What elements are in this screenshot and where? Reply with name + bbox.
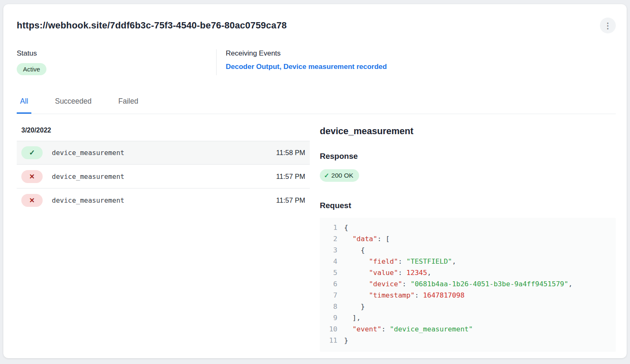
response-heading: Response (320, 152, 616, 161)
event-row[interactable]: ✕device_measurement11:57 PM (17, 188, 310, 212)
event-name: device_measurement (52, 196, 124, 204)
success-check-icon: ✓ (21, 146, 43, 159)
kebab-menu-icon[interactable]: ⋮ (600, 18, 616, 33)
event-time: 11:57 PM (276, 173, 305, 181)
event-date-header: 3/20/2022 (17, 122, 310, 141)
line-number: 7 (320, 290, 337, 301)
line-number: 2 (320, 233, 337, 244)
event-name: device_measurement (52, 173, 124, 181)
code-text: "data": [ (344, 233, 390, 244)
line-number: 5 (320, 267, 337, 278)
code-line: 3 { (320, 244, 616, 256)
line-number: 10 (320, 323, 337, 335)
line-number: 1 (320, 222, 337, 233)
event-time: 11:58 PM (276, 149, 305, 157)
event-detail-panel: device_measurement Response ✓ 200 OK Req… (320, 122, 616, 352)
code-line: 4 "field": "TESTFIELD", (320, 256, 616, 267)
content: 3/20/2022 ✓device_measurement11:58 PM✕de… (17, 122, 616, 352)
code-text: ], (344, 312, 361, 323)
detail-title: device_measurement (320, 126, 616, 137)
status-label: Status (17, 49, 216, 58)
code-line: 9 ], (320, 312, 616, 323)
webhook-card: https://webhook.site/7ddf6b3c-75f3-4540-… (3, 4, 627, 358)
code-line: 2 "data": [ (320, 233, 616, 244)
line-number: 9 (320, 312, 337, 323)
tab-failed[interactable]: Failed (115, 94, 142, 114)
code-line: 11} (320, 335, 616, 346)
event-list-panel: 3/20/2022 ✓device_measurement11:58 PM✕de… (17, 122, 310, 212)
tab-succeeded[interactable]: Succeeded (51, 94, 95, 114)
event-row[interactable]: ✕device_measurement11:57 PM (17, 165, 310, 188)
tabs: AllSucceededFailed (17, 94, 616, 114)
tab-all[interactable]: All (17, 94, 31, 114)
status-badge: Active (17, 63, 46, 75)
code-text: } (344, 301, 365, 312)
event-time: 11:57 PM (276, 196, 305, 204)
code-line: 8 } (320, 301, 616, 312)
failed-x-icon: ✕ (21, 170, 43, 183)
request-json-code-block: 1{2 "data": [3 {4 "field": "TESTFIELD",5… (320, 218, 616, 352)
code-text: "device": "0681b4aa-1b26-4051-b3be-9a4ff… (344, 278, 572, 290)
code-line: 5 "value": 12345, (320, 267, 616, 278)
code-text: "timestamp": 1647817098 (344, 290, 464, 301)
code-line: 10 "event": "device_measurement" (320, 323, 616, 335)
event-row[interactable]: ✓device_measurement11:58 PM (17, 141, 310, 165)
request-heading: Request (320, 201, 616, 210)
info-row: Status Active Receiving Events Decoder O… (17, 49, 616, 75)
code-text: { (344, 222, 348, 233)
response-status-badge: ✓ 200 OK (320, 169, 359, 182)
code-text: { (344, 244, 365, 256)
code-line: 1{ (320, 222, 616, 233)
receiving-events-label: Receiving Events (226, 49, 387, 58)
card-header: https://webhook.site/7ddf6b3c-75f3-4540-… (17, 4, 616, 33)
code-line: 6 "device": "0681b4aa-1b26-4051-b3be-9a4… (320, 278, 616, 290)
webhook-url-title: https://webhook.site/7ddf6b3c-75f3-4540-… (17, 20, 287, 31)
code-text: "field": "TESTFIELD", (344, 256, 456, 267)
status-section: Status Active (17, 49, 216, 75)
response-status-text: 200 OK (332, 172, 354, 179)
receiving-events-link[interactable]: Decoder Output, Device measurement recor… (226, 63, 387, 71)
line-number: 11 (320, 335, 337, 346)
code-text: } (344, 335, 348, 346)
code-text: "event": "device_measurement" (344, 323, 473, 335)
check-icon: ✓ (324, 172, 329, 179)
line-number: 6 (320, 278, 337, 290)
receiving-events-section: Receiving Events Decoder Output, Device … (216, 49, 387, 75)
line-number: 8 (320, 301, 337, 312)
failed-x-icon: ✕ (21, 194, 43, 207)
event-name: device_measurement (52, 149, 124, 157)
line-number: 3 (320, 244, 337, 256)
code-line: 7 "timestamp": 1647817098 (320, 290, 616, 301)
code-text: "value": 12345, (344, 267, 431, 278)
line-number: 4 (320, 256, 337, 267)
event-list: ✓device_measurement11:58 PM✕device_measu… (17, 141, 310, 212)
